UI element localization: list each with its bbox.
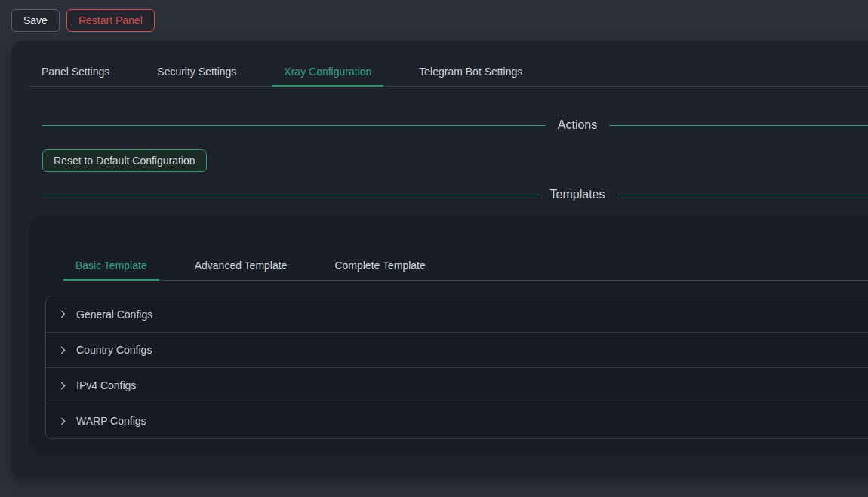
- top-toolbar: Save Restart Panel: [0, 0, 868, 32]
- collapse-label: WARP Configs: [76, 415, 146, 427]
- divider-line: [42, 125, 546, 126]
- tab-advanced-template[interactable]: Advanced Template: [183, 253, 300, 281]
- tab-telegram-bot-settings[interactable]: Telegram Bot Settings: [407, 59, 534, 87]
- tab-complete-template[interactable]: Complete Template: [322, 253, 437, 281]
- collapse-country-configs[interactable]: Country Configs: [46, 332, 868, 367]
- chevron-right-icon: [58, 381, 68, 391]
- tab-basic-template[interactable]: Basic Template: [63, 253, 159, 281]
- divider-line: [617, 195, 868, 195]
- reset-default-config-button[interactable]: Reset to Default Configuration: [42, 149, 207, 172]
- chevron-right-icon: [58, 345, 68, 355]
- templates-card: Basic Template Advanced Template Complet…: [29, 215, 868, 456]
- collapse-general-configs[interactable]: General Configs: [46, 296, 868, 332]
- config-collapse-list: General Configs Country Configs IPv4 Con…: [45, 296, 868, 439]
- save-button[interactable]: Save: [11, 9, 60, 32]
- collapse-label: IPv4 Configs: [76, 379, 136, 391]
- actions-divider-label: Actions: [558, 118, 597, 132]
- settings-tab-bar: Panel Settings Security Settings Xray Co…: [29, 59, 868, 87]
- divider-line: [609, 125, 868, 126]
- collapse-ipv4-configs[interactable]: IPv4 Configs: [46, 367, 868, 403]
- tab-xray-configuration[interactable]: Xray Configuration: [272, 59, 383, 87]
- collapse-label: Country Configs: [76, 344, 152, 356]
- tab-security-settings[interactable]: Security Settings: [145, 59, 248, 87]
- restart-panel-button[interactable]: Restart Panel: [66, 9, 155, 32]
- chevron-right-icon: [58, 416, 68, 426]
- divider-line: [42, 195, 538, 195]
- templates-divider-label: Templates: [550, 188, 605, 201]
- template-tab-bar: Basic Template Advanced Template Complet…: [63, 253, 868, 281]
- settings-card: Panel Settings Security Settings Xray Co…: [11, 41, 868, 479]
- templates-divider: Templates: [42, 188, 868, 201]
- collapse-warp-configs[interactable]: WARP Configs: [46, 403, 868, 438]
- tab-panel-settings[interactable]: Panel Settings: [29, 59, 122, 87]
- chevron-right-icon: [58, 309, 68, 319]
- actions-divider: Actions: [42, 118, 868, 132]
- collapse-label: General Configs: [76, 308, 152, 321]
